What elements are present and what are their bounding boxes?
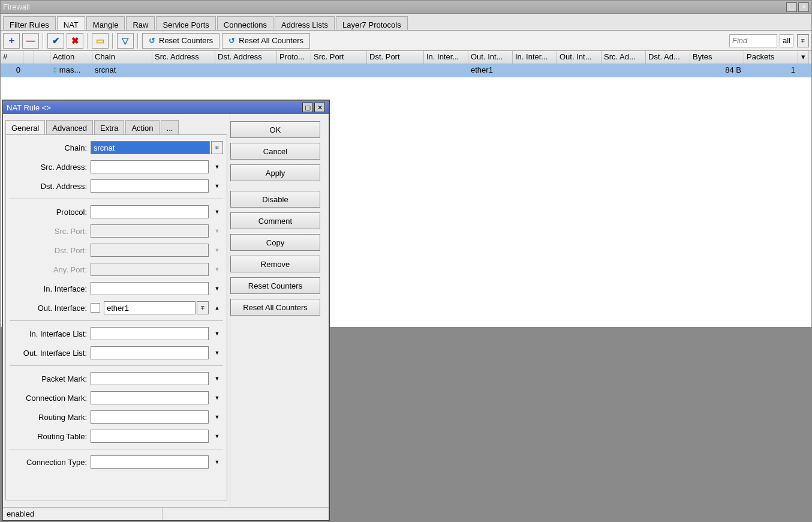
col-blank2[interactable] xyxy=(34,51,50,64)
remove-icon[interactable]: — xyxy=(22,33,39,49)
out-interface-invert-checkbox[interactable] xyxy=(91,303,100,313)
col-out-iface[interactable]: Out. Int... xyxy=(468,51,513,64)
packet-mark-field[interactable] xyxy=(91,372,209,385)
in-interface-list-expand-icon[interactable]: ▼ xyxy=(211,327,223,340)
dlg-tab-more[interactable]: ... xyxy=(161,120,179,134)
routing-mark-field[interactable] xyxy=(91,410,209,424)
out-interface-list-field[interactable] xyxy=(91,346,209,359)
in-interface-expand-icon[interactable]: ▼ xyxy=(211,282,223,295)
col-action[interactable]: Action xyxy=(50,51,92,64)
connection-mark-expand-icon[interactable]: ▼ xyxy=(211,391,223,404)
dlg-tab-advanced[interactable]: Advanced xyxy=(46,120,93,134)
packet-mark-expand-icon[interactable]: ▼ xyxy=(211,372,223,385)
col-src-addr-list[interactable]: Src. Ad... xyxy=(602,51,646,64)
remove-button[interactable]: Remove xyxy=(230,256,320,272)
protocol-field[interactable] xyxy=(91,205,209,218)
out-interface-label: Out. Interface: xyxy=(10,304,91,313)
reset-counters-button[interactable]: ↺ Reset Counters xyxy=(142,33,219,49)
ok-button[interactable]: OK xyxy=(230,121,320,138)
routing-table-label: Routing Table: xyxy=(10,432,91,441)
connection-type-field[interactable] xyxy=(91,455,209,469)
reset-all-counters-button[interactable]: ↺ Reset All Counters xyxy=(222,33,310,49)
dlg-tab-extra[interactable]: Extra xyxy=(94,120,124,134)
col-packets[interactable]: Packets xyxy=(744,51,798,64)
col-src-port[interactable]: Src. Port xyxy=(311,51,367,64)
col-dst-port[interactable]: Dst. Port xyxy=(367,51,424,64)
col-out-iface-list[interactable]: Out. Int... xyxy=(557,51,602,64)
cell-out-iface: ether1 xyxy=(468,64,513,77)
in-interface-label: In. Interface: xyxy=(10,284,91,293)
main-tabs: Filter Rules NAT Mangle Raw Service Port… xyxy=(1,14,811,31)
dlg-tab-action[interactable]: Action xyxy=(125,120,159,134)
src-address-field[interactable] xyxy=(91,160,209,173)
tab-service-ports[interactable]: Service Ports xyxy=(156,16,215,30)
comment-button[interactable]: Comment xyxy=(230,212,320,229)
comment-icon[interactable]: ▭ xyxy=(92,33,109,49)
col-bytes[interactable]: Bytes xyxy=(690,51,744,64)
cancel-button[interactable]: Cancel xyxy=(230,143,320,160)
tab-nat[interactable]: NAT xyxy=(57,16,85,30)
dialog-restore-icon[interactable]: ▢ xyxy=(302,103,313,112)
chain-label: Chain: xyxy=(10,143,91,152)
out-interface-field[interactable]: ether1 xyxy=(104,301,196,314)
dst-address-label: Dst. Address: xyxy=(10,182,91,191)
apply-button[interactable]: Apply xyxy=(230,164,320,181)
col-in-iface[interactable]: In. Inter... xyxy=(424,51,468,64)
filter-select[interactable]: all xyxy=(780,34,793,47)
src-port-expand-icon: ▼ xyxy=(211,224,223,238)
find-input[interactable] xyxy=(729,34,777,47)
restore-icon[interactable]: ▢ xyxy=(786,2,797,12)
col-in-iface-list[interactable]: In. Inter... xyxy=(513,51,557,64)
table-header: # Action Chain Src. Address Dst. Address… xyxy=(1,51,811,64)
routing-table-expand-icon[interactable]: ▼ xyxy=(211,430,223,443)
col-chain[interactable]: Chain xyxy=(92,51,152,64)
col-blank1[interactable] xyxy=(23,51,34,64)
dialog-close-icon[interactable]: ✕ xyxy=(314,103,325,112)
reset-all-counters-dialog-button[interactable]: Reset All Counters xyxy=(230,299,320,316)
reset-counters-dialog-button[interactable]: Reset Counters xyxy=(230,277,320,294)
tab-mangle[interactable]: Mangle xyxy=(86,16,125,30)
enable-icon[interactable]: ✔ xyxy=(47,33,64,49)
col-dst-address[interactable]: Dst. Address xyxy=(215,51,277,64)
close-icon[interactable]: ✕ xyxy=(798,2,809,12)
col-dst-addr-list[interactable]: Dst. Ad... xyxy=(646,51,690,64)
disable-button[interactable]: Disable xyxy=(230,191,320,208)
src-address-expand-icon[interactable]: ▼ xyxy=(211,160,223,173)
dlg-tab-general[interactable]: General xyxy=(5,120,45,134)
routing-mark-expand-icon[interactable]: ▼ xyxy=(211,410,223,424)
table-row[interactable]: 0 ‡ mas... srcnat ether1 84 B 1 xyxy=(1,64,811,77)
out-interface-collapse-icon[interactable]: ▲ xyxy=(211,301,223,314)
filter-select-value: all xyxy=(783,36,790,45)
chain-dropdown-icon[interactable]: ∓ xyxy=(211,141,223,154)
tab-raw[interactable]: Raw xyxy=(126,16,155,30)
routing-table-field[interactable] xyxy=(91,430,209,443)
in-interface-field[interactable] xyxy=(91,282,209,295)
tab-address-lists[interactable]: Address Lists xyxy=(275,16,335,30)
connection-type-expand-icon[interactable]: ▼ xyxy=(211,455,223,469)
any-port-label: Any. Port: xyxy=(10,265,91,274)
dst-port-field xyxy=(91,244,209,257)
chain-field[interactable]: srcnat xyxy=(91,141,210,154)
tab-layer7[interactable]: Layer7 Protocols xyxy=(336,16,408,30)
col-index[interactable]: # xyxy=(1,51,23,64)
copy-button[interactable]: Copy xyxy=(230,234,320,251)
in-interface-list-field[interactable] xyxy=(91,327,209,340)
filter-icon[interactable]: ▽ xyxy=(117,33,134,49)
col-menu-icon[interactable]: ▾ xyxy=(798,51,809,64)
col-protocol[interactable]: Proto... xyxy=(277,51,311,64)
dst-port-label: Dst. Port: xyxy=(10,246,91,255)
protocol-expand-icon[interactable]: ▼ xyxy=(211,205,223,218)
disable-icon[interactable]: ✖ xyxy=(67,33,83,49)
dst-address-expand-icon[interactable]: ▼ xyxy=(211,179,223,193)
add-icon[interactable]: ＋ xyxy=(3,33,20,49)
out-interface-list-expand-icon[interactable]: ▼ xyxy=(211,346,223,359)
col-src-address[interactable]: Src. Address xyxy=(152,51,215,64)
out-interface-dropdown-icon[interactable]: ∓ xyxy=(197,301,209,314)
tab-connections[interactable]: Connections xyxy=(217,16,273,30)
tab-filter-rules[interactable]: Filter Rules xyxy=(3,16,56,30)
connection-mark-field[interactable] xyxy=(91,391,209,404)
filter-select-arrow[interactable]: ∓ xyxy=(797,34,809,47)
src-port-field xyxy=(91,224,209,238)
reset-counters-label: Reset Counters xyxy=(159,36,213,45)
dst-address-field[interactable] xyxy=(91,179,209,193)
